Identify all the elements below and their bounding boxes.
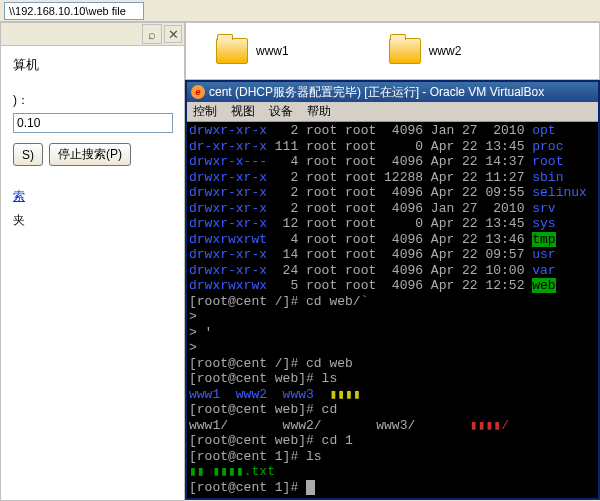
- menu-help[interactable]: 帮助: [307, 103, 331, 120]
- computer-name-input[interactable]: [13, 113, 173, 133]
- folder-icon: [216, 38, 248, 64]
- search-sidebar: ⌕ ✕ 算机 )： S) 停止搜索(P) 索 夹: [0, 22, 185, 501]
- computer-name-label: )：: [13, 92, 172, 109]
- folder-label: www1: [256, 44, 289, 58]
- link-folders[interactable]: 夹: [13, 213, 25, 227]
- sidebar-links: 索 夹: [13, 184, 172, 232]
- menu-control[interactable]: 控制: [193, 103, 217, 120]
- search-title: 算机: [13, 56, 172, 74]
- sidebar-header: ⌕ ✕: [0, 22, 185, 46]
- search-help-icon[interactable]: ⌕: [142, 24, 162, 44]
- menubar: 控制 视图 设备 帮助: [187, 102, 598, 122]
- window-titlebar: e cent (DHCP服务器配置完毕) [正在运行] - Oracle VM …: [187, 82, 598, 102]
- folder-label: www2: [429, 44, 462, 58]
- address-bar: \\192.168.10.10\web file: [0, 0, 600, 22]
- folder-icon: [389, 38, 421, 64]
- virtualbox-icon: e: [191, 85, 205, 99]
- menu-view[interactable]: 视图: [231, 103, 255, 120]
- stop-search-button[interactable]: 停止搜索(P): [49, 143, 131, 166]
- folder-www2[interactable]: www2: [389, 38, 462, 64]
- virtualbox-window: e cent (DHCP服务器配置完毕) [正在运行] - Oracle VM …: [185, 80, 600, 500]
- menu-devices[interactable]: 设备: [269, 103, 293, 120]
- address-path[interactable]: \\192.168.10.10\web file: [4, 2, 144, 20]
- search-button[interactable]: S): [13, 143, 43, 166]
- window-title: cent (DHCP服务器配置完毕) [正在运行] - Oracle VM Vi…: [209, 84, 544, 101]
- folder-view: www1 www2: [185, 22, 600, 80]
- close-icon[interactable]: ✕: [164, 25, 182, 43]
- link-search-others[interactable]: 索: [13, 189, 25, 203]
- terminal[interactable]: drwxr-xr-x 2 root root 4096 Jan 27 2010 …: [187, 122, 598, 498]
- folder-www1[interactable]: www1: [216, 38, 289, 64]
